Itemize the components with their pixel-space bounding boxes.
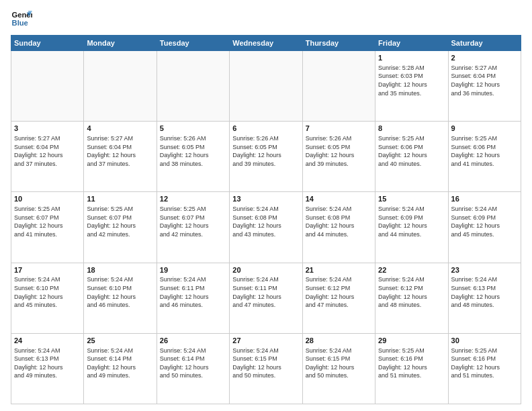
day-number: 12 (160, 194, 226, 204)
calendar-cell: 26Sunrise: 5:24 AM Sunset: 6:14 PM Dayli… (157, 333, 229, 404)
weekday-header: Wednesday (230, 36, 302, 51)
day-number: 5 (160, 124, 226, 134)
calendar-cell: 17Sunrise: 5:24 AM Sunset: 6:10 PM Dayli… (11, 263, 84, 333)
day-info: Sunrise: 5:24 AM Sunset: 6:14 PM Dayligh… (160, 347, 226, 380)
calendar-cell: 8Sunrise: 5:25 AM Sunset: 6:06 PM Daylig… (375, 122, 448, 192)
calendar-cell: 27Sunrise: 5:24 AM Sunset: 6:15 PM Dayli… (230, 333, 302, 404)
calendar-cell: 13Sunrise: 5:24 AM Sunset: 6:08 PM Dayli… (230, 192, 302, 263)
calendar-week-row: 3Sunrise: 5:27 AM Sunset: 6:04 PM Daylig… (11, 122, 521, 192)
calendar-cell (230, 51, 302, 122)
day-info: Sunrise: 5:24 AM Sunset: 6:08 PM Dayligh… (306, 205, 372, 238)
calendar-cell: 18Sunrise: 5:24 AM Sunset: 6:10 PM Dayli… (84, 263, 157, 333)
day-number: 26 (160, 336, 226, 346)
calendar-cell: 15Sunrise: 5:24 AM Sunset: 6:09 PM Dayli… (375, 192, 448, 263)
day-number: 14 (306, 194, 372, 204)
header: General Blue (11, 8, 521, 30)
calendar-cell (157, 51, 229, 122)
day-number: 6 (232, 124, 299, 134)
calendar-cell: 19Sunrise: 5:24 AM Sunset: 6:11 PM Dayli… (157, 263, 229, 333)
calendar-cell: 5Sunrise: 5:26 AM Sunset: 6:05 PM Daylig… (157, 122, 229, 192)
day-number: 25 (87, 336, 153, 346)
calendar-cell (302, 51, 375, 122)
day-info: Sunrise: 5:25 AM Sunset: 6:07 PM Dayligh… (87, 205, 153, 238)
day-number: 28 (306, 336, 372, 346)
calendar-cell: 11Sunrise: 5:25 AM Sunset: 6:07 PM Dayli… (84, 192, 157, 263)
day-number: 9 (451, 124, 518, 134)
day-number: 16 (451, 194, 518, 204)
day-info: Sunrise: 5:24 AM Sunset: 6:12 PM Dayligh… (378, 275, 445, 309)
svg-text:Blue: Blue (12, 19, 28, 27)
day-number: 29 (378, 336, 445, 346)
day-info: Sunrise: 5:24 AM Sunset: 6:08 PM Dayligh… (232, 205, 299, 238)
calendar-cell: 21Sunrise: 5:24 AM Sunset: 6:12 PM Dayli… (302, 263, 375, 333)
day-number: 4 (87, 124, 153, 134)
calendar-cell: 16Sunrise: 5:24 AM Sunset: 6:09 PM Dayli… (448, 192, 521, 263)
day-info: Sunrise: 5:24 AM Sunset: 6:10 PM Dayligh… (14, 275, 81, 309)
weekday-header: Tuesday (157, 36, 229, 51)
calendar-week-row: 10Sunrise: 5:25 AM Sunset: 6:07 PM Dayli… (11, 192, 521, 263)
calendar-week-row: 24Sunrise: 5:24 AM Sunset: 6:13 PM Dayli… (11, 333, 521, 404)
day-info: Sunrise: 5:25 AM Sunset: 6:06 PM Dayligh… (378, 134, 445, 168)
day-info: Sunrise: 5:26 AM Sunset: 6:05 PM Dayligh… (160, 134, 226, 168)
day-info: Sunrise: 5:24 AM Sunset: 6:15 PM Dayligh… (306, 347, 372, 380)
calendar-cell: 9Sunrise: 5:25 AM Sunset: 6:06 PM Daylig… (448, 122, 521, 192)
day-info: Sunrise: 5:28 AM Sunset: 6:03 PM Dayligh… (378, 64, 445, 97)
calendar-cell: 2Sunrise: 5:27 AM Sunset: 6:04 PM Daylig… (448, 51, 521, 122)
calendar-cell: 6Sunrise: 5:26 AM Sunset: 6:05 PM Daylig… (230, 122, 302, 192)
calendar-week-row: 1Sunrise: 5:28 AM Sunset: 6:03 PM Daylig… (11, 51, 521, 122)
calendar-cell: 12Sunrise: 5:25 AM Sunset: 6:07 PM Dayli… (157, 192, 229, 263)
day-number: 13 (232, 194, 299, 204)
day-info: Sunrise: 5:25 AM Sunset: 6:06 PM Dayligh… (451, 134, 518, 168)
day-number: 27 (232, 336, 299, 346)
day-info: Sunrise: 5:25 AM Sunset: 6:16 PM Dayligh… (378, 347, 445, 380)
weekday-header: Thursday (302, 36, 375, 51)
logo: General Blue (11, 8, 32, 30)
calendar-table: SundayMondayTuesdayWednesdayThursdayFrid… (11, 35, 521, 404)
day-number: 24 (14, 336, 81, 346)
day-info: Sunrise: 5:24 AM Sunset: 6:11 PM Dayligh… (160, 275, 226, 309)
calendar-cell: 29Sunrise: 5:25 AM Sunset: 6:16 PM Dayli… (375, 333, 448, 404)
calendar-cell (11, 51, 84, 122)
logo-icon: General Blue (11, 8, 32, 30)
day-info: Sunrise: 5:24 AM Sunset: 6:09 PM Dayligh… (378, 205, 445, 238)
day-number: 7 (306, 124, 372, 134)
calendar-cell: 1Sunrise: 5:28 AM Sunset: 6:03 PM Daylig… (375, 51, 448, 122)
day-info: Sunrise: 5:24 AM Sunset: 6:12 PM Dayligh… (306, 275, 372, 309)
weekday-header: Sunday (11, 36, 84, 51)
calendar-cell (84, 51, 157, 122)
day-number: 2 (451, 53, 518, 63)
day-number: 23 (451, 265, 518, 275)
day-number: 11 (87, 194, 153, 204)
calendar-cell: 28Sunrise: 5:24 AM Sunset: 6:15 PM Dayli… (302, 333, 375, 404)
day-info: Sunrise: 5:24 AM Sunset: 6:15 PM Dayligh… (232, 347, 299, 380)
day-number: 22 (378, 265, 445, 275)
day-info: Sunrise: 5:25 AM Sunset: 6:16 PM Dayligh… (451, 347, 518, 380)
page: General Blue SundayMondayTuesdayWednesda… (0, 0, 532, 411)
weekday-header: Saturday (448, 36, 521, 51)
day-info: Sunrise: 5:26 AM Sunset: 6:05 PM Dayligh… (306, 134, 372, 168)
calendar-cell: 3Sunrise: 5:27 AM Sunset: 6:04 PM Daylig… (11, 122, 84, 192)
day-number: 1 (378, 53, 445, 63)
day-info: Sunrise: 5:24 AM Sunset: 6:11 PM Dayligh… (232, 275, 299, 309)
calendar-cell: 20Sunrise: 5:24 AM Sunset: 6:11 PM Dayli… (230, 263, 302, 333)
day-info: Sunrise: 5:24 AM Sunset: 6:13 PM Dayligh… (451, 275, 518, 309)
day-info: Sunrise: 5:24 AM Sunset: 6:14 PM Dayligh… (87, 347, 153, 380)
day-number: 30 (451, 336, 518, 346)
day-number: 17 (14, 265, 81, 275)
calendar-cell: 22Sunrise: 5:24 AM Sunset: 6:12 PM Dayli… (375, 263, 448, 333)
day-number: 15 (378, 194, 445, 204)
day-info: Sunrise: 5:26 AM Sunset: 6:05 PM Dayligh… (232, 134, 299, 168)
day-info: Sunrise: 5:27 AM Sunset: 6:04 PM Dayligh… (14, 134, 81, 168)
calendar-cell: 10Sunrise: 5:25 AM Sunset: 6:07 PM Dayli… (11, 192, 84, 263)
calendar-cell: 4Sunrise: 5:27 AM Sunset: 6:04 PM Daylig… (84, 122, 157, 192)
day-info: Sunrise: 5:25 AM Sunset: 6:07 PM Dayligh… (14, 205, 81, 238)
day-info: Sunrise: 5:27 AM Sunset: 6:04 PM Dayligh… (87, 134, 153, 168)
day-number: 20 (232, 265, 299, 275)
day-number: 18 (87, 265, 153, 275)
day-number: 21 (306, 265, 372, 275)
calendar-cell: 25Sunrise: 5:24 AM Sunset: 6:14 PM Dayli… (84, 333, 157, 404)
day-info: Sunrise: 5:25 AM Sunset: 6:07 PM Dayligh… (160, 205, 226, 238)
calendar-header-row: SundayMondayTuesdayWednesdayThursdayFrid… (11, 36, 521, 51)
calendar-cell: 7Sunrise: 5:26 AM Sunset: 6:05 PM Daylig… (302, 122, 375, 192)
calendar-week-row: 17Sunrise: 5:24 AM Sunset: 6:10 PM Dayli… (11, 263, 521, 333)
